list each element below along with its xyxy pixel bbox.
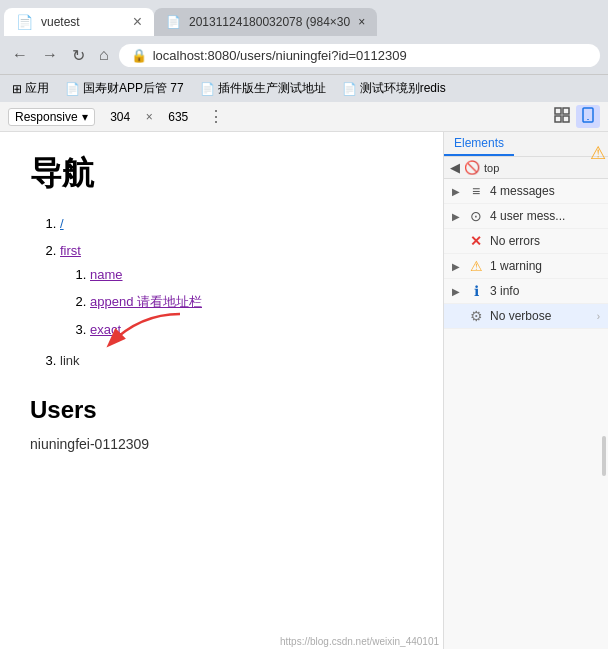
nav-link-root[interactable]: / <box>60 216 64 231</box>
nav-item-root: / <box>60 212 413 235</box>
address-bar-row: ← → ↻ ⌂ 🔒 localhost:8080/users/niuningfe… <box>0 36 608 74</box>
scrollbar-area[interactable] <box>602 252 608 649</box>
inspect-toggle-button[interactable] <box>552 105 572 128</box>
width-input[interactable]: 304 <box>103 110 138 124</box>
bookmarks-bar: ⊞ 应用 📄 国寿财APP后管 77 📄 插件版生产测试地址 📄 测试环境别re… <box>0 74 608 102</box>
bookmark-test-label: 测试环境别redis <box>360 80 446 97</box>
verbose-icon: ⚙ <box>468 308 484 324</box>
apps-icon: ⊞ <box>12 82 22 96</box>
page-body: 导航 / first name append 请看地址栏 <box>0 132 608 649</box>
nav-heading: 导航 <box>30 152 413 196</box>
page-main: 导航 / first name append 请看地址栏 <box>0 132 443 649</box>
forward-button[interactable]: → <box>38 44 62 66</box>
main-area: Responsive ▾ 304 × 635 ⋮ 导航 <box>0 102 608 649</box>
expand-arrow-messages: ▶ <box>452 186 460 197</box>
subnav-list: name append 请看地址栏 exact <box>90 263 413 341</box>
user-name: niuningfei-0112309 <box>30 436 413 452</box>
svg-rect-2 <box>555 116 561 122</box>
messages-label: 4 messages <box>490 184 600 198</box>
height-input[interactable]: 635 <box>161 110 196 124</box>
secure-icon: 🔒 <box>131 48 147 63</box>
tab-bar: 📄 vuetest × 📄 20131124180032078 (984×30 … <box>0 0 608 36</box>
device-toggle-button[interactable] <box>576 105 600 128</box>
bookmark-apps[interactable]: ⊞ 应用 <box>8 78 53 99</box>
console-item-messages[interactable]: ▶ ≡ 4 messages <box>444 179 608 204</box>
subnav-link-append[interactable]: append 请看地址栏 <box>90 294 202 309</box>
user-messages-icon: ⊙ <box>468 208 484 224</box>
info-label: 3 info <box>490 284 600 298</box>
tab-favicon: 📄 <box>16 14 33 30</box>
bookmark-test[interactable]: 📄 测试环境别redis <box>338 78 450 99</box>
dev-toolbar: Responsive ▾ 304 × 635 ⋮ <box>0 102 608 132</box>
responsive-select[interactable]: Responsive ▾ <box>8 108 95 126</box>
tab-vuetest[interactable]: 📄 vuetest × <box>4 8 154 36</box>
expand-arrow-info: ▶ <box>452 286 460 297</box>
nav-item-first: first name append 请看地址栏 exact <box>60 239 413 341</box>
tab-devtools[interactable]: 📄 20131124180032078 (984×30 × <box>154 8 377 36</box>
nav-link-first[interactable]: first <box>60 243 81 258</box>
console-item-no-errors[interactable]: ▶ ✕ No errors <box>444 229 608 254</box>
nav-link-text: link <box>60 353 80 368</box>
nav-list: / first name append 请看地址栏 exac <box>60 212 413 372</box>
console-item-user-messages[interactable]: ▶ ⊙ 4 user mess... <box>444 204 608 229</box>
warning-icon: ⚠ <box>468 258 484 274</box>
warning-label: 1 warning <box>490 259 600 273</box>
svg-rect-0 <box>555 108 561 114</box>
verbose-label: No verbose <box>490 309 591 323</box>
console-item-warning[interactable]: ▶ ⚠ 1 warning <box>444 254 608 279</box>
reload-button[interactable]: ↻ <box>68 44 89 67</box>
tab-elements[interactable]: Elements <box>444 132 514 156</box>
verbose-expand-arrow: › <box>597 311 600 322</box>
bookmark-plugin-label: 插件版生产测试地址 <box>218 80 326 97</box>
console-item-info[interactable]: ▶ ℹ 3 info <box>444 279 608 304</box>
expand-arrow-warning: ▶ <box>452 261 460 272</box>
svg-rect-1 <box>563 108 569 114</box>
bookmark-guoshou-label: 国寿财APP后管 77 <box>83 80 184 97</box>
more-options-button[interactable]: ⋮ <box>204 107 228 126</box>
user-messages-label: 4 user mess... <box>490 209 600 223</box>
nav-item-link: link <box>60 349 413 372</box>
test-icon: 📄 <box>342 82 357 96</box>
plugin-icon: 📄 <box>200 82 215 96</box>
console-block-button[interactable]: 🚫 <box>464 160 480 175</box>
device-icon <box>580 107 596 123</box>
subnav-link-exact[interactable]: exact <box>90 322 121 337</box>
info-icon: ℹ <box>468 283 484 299</box>
console-section: ▶ ≡ 4 messages ▶ ⊙ 4 user mess... ▶ ✕ No… <box>444 179 608 649</box>
console-item-no-verbose[interactable]: ▶ ⚙ No verbose › <box>444 304 608 329</box>
console-back-button[interactable]: ◀ <box>450 160 460 175</box>
tab-favicon-2: 📄 <box>166 15 181 29</box>
users-heading: Users <box>30 396 413 424</box>
tab-close-vuetest[interactable]: × <box>133 14 142 30</box>
address-url: localhost:8080/users/niuningfei?id=01123… <box>153 48 407 63</box>
bookmark-guoshou[interactable]: 📄 国寿财APP后管 77 <box>61 78 188 99</box>
expand-arrow-user: ▶ <box>452 211 460 222</box>
scrollbar-thumb <box>602 436 606 476</box>
home-button[interactable]: ⌂ <box>95 44 113 66</box>
bookmark-plugin[interactable]: 📄 插件版生产测试地址 <box>196 78 330 99</box>
warning-badge-icon: ⚠ <box>590 142 606 164</box>
subnav-item-append: append 请看地址栏 <box>90 290 413 313</box>
back-button[interactable]: ← <box>8 44 32 66</box>
devtools-panel: Elements ⚠ ◀ 🚫 top ▶ ≡ 4 messag <box>443 132 608 649</box>
subnav-link-name[interactable]: name <box>90 267 123 282</box>
tab-close-devtools[interactable]: × <box>358 15 365 29</box>
guoshou-icon: 📄 <box>65 82 80 96</box>
bookmark-apps-label: 应用 <box>25 80 49 97</box>
console-top-label: top <box>484 162 602 174</box>
dimension-separator: × <box>146 110 153 124</box>
watermark: https://blog.csdn.net/weixin_440101 <box>280 636 439 647</box>
tab-title-devtools: 20131124180032078 (984×30 <box>189 15 350 29</box>
responsive-chevron: ▾ <box>82 110 88 124</box>
page-content: Responsive ▾ 304 × 635 ⋮ 导航 <box>0 102 608 649</box>
subnav-item-exact: exact <box>90 318 413 341</box>
subnav-item-name: name <box>90 263 413 286</box>
no-errors-label: No errors <box>490 234 600 248</box>
browser-chrome: 📄 vuetest × 📄 20131124180032078 (984×30 … <box>0 0 608 102</box>
messages-icon: ≡ <box>468 183 484 199</box>
devtools-tabs: Elements ⚠ <box>444 132 608 157</box>
no-errors-icon: ✕ <box>468 233 484 249</box>
responsive-label: Responsive <box>15 110 78 124</box>
address-bar[interactable]: 🔒 localhost:8080/users/niuningfei?id=011… <box>119 44 600 67</box>
tab-title-vuetest: vuetest <box>41 15 125 29</box>
